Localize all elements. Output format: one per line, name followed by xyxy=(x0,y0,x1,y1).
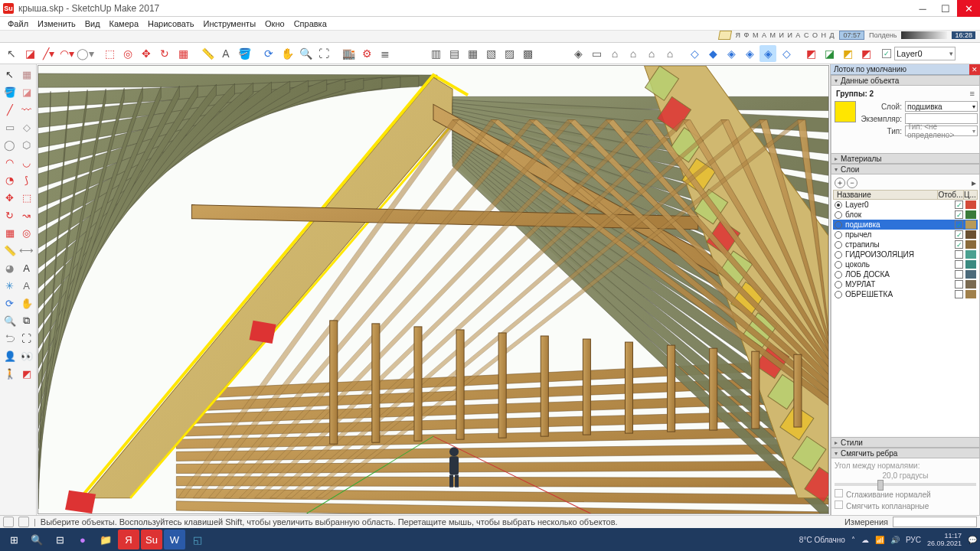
layer-row[interactable]: блок ✓ xyxy=(833,210,978,220)
layer-color-swatch[interactable] xyxy=(965,220,976,229)
zoomwin-tool[interactable]: ⧉ xyxy=(18,312,34,329)
menu-изменить[interactable]: Изменить xyxy=(34,19,79,28)
layer-row[interactable]: Layer0 ✓ xyxy=(833,200,978,210)
language-indicator[interactable]: РУС xyxy=(906,536,921,544)
offset-tool[interactable]: ◎ xyxy=(18,224,34,241)
layer-radio[interactable] xyxy=(835,231,842,239)
layer-color-swatch[interactable] xyxy=(965,260,976,269)
solid-subtract-icon[interactable]: ▧ xyxy=(482,45,499,62)
axes-tool[interactable]: ✳ xyxy=(2,277,18,294)
paint-tool[interactable]: 🪣 xyxy=(236,45,253,62)
tray-title[interactable]: Лоток по умолчанию ✕ xyxy=(831,64,980,75)
layer-visible-check[interactable] xyxy=(955,270,963,279)
layer-row[interactable]: ОБРЕШЕТКА xyxy=(833,289,978,299)
layer-visible-check[interactable] xyxy=(955,290,963,298)
style-xray-icon[interactable]: ◇ xyxy=(778,45,795,62)
right-view-icon[interactable]: ⌂ xyxy=(625,45,642,62)
layer-radio[interactable] xyxy=(835,251,842,259)
protractor-tool[interactable]: ◕ xyxy=(2,259,18,276)
close-button[interactable]: ✕ xyxy=(957,0,980,17)
measurements-input[interactable] xyxy=(893,517,977,527)
entity-layer-dropdown[interactable]: подшивка xyxy=(905,101,978,112)
soften-slider[interactable] xyxy=(835,483,976,486)
back-view-icon[interactable]: ⌂ xyxy=(643,45,660,62)
layer-dropdown[interactable]: Layer0 xyxy=(894,47,956,60)
dim-tool[interactable]: ⟷ xyxy=(18,242,34,259)
layer-row[interactable]: ГИДРОИЗОЛЯЦИЯ xyxy=(833,249,978,259)
layer-row[interactable]: страпилы ✓ xyxy=(833,240,978,249)
start-button[interactable]: ⊞ xyxy=(3,530,24,549)
pan-tool[interactable]: ✋ xyxy=(279,45,296,62)
layer-radio[interactable] xyxy=(835,271,842,279)
calendar-icon[interactable] xyxy=(718,31,732,40)
rect-tool[interactable]: ▭ xyxy=(2,119,18,135)
layer-row[interactable]: МУРЛАТ xyxy=(833,279,978,289)
layer-radio[interactable] xyxy=(835,281,842,289)
layer-visible-check[interactable] xyxy=(955,260,963,269)
zoom-tool[interactable]: 🔍 xyxy=(2,312,18,329)
menu-камера[interactable]: Камера xyxy=(106,19,142,28)
layer-radio[interactable] xyxy=(835,221,842,229)
layer-radio[interactable] xyxy=(835,201,842,209)
notifications-icon[interactable]: 💬 xyxy=(968,536,977,544)
rotate-tool[interactable]: ↻ xyxy=(2,207,18,223)
text-tool[interactable]: A xyxy=(217,45,234,62)
orbit-tool[interactable]: ⟳ xyxy=(2,295,18,311)
move-tool[interactable]: ✥ xyxy=(138,45,155,62)
maximize-button[interactable]: ☐ xyxy=(934,0,957,17)
circle-tool[interactable]: ◯ xyxy=(2,136,18,153)
layer-row[interactable]: прычел ✓ xyxy=(833,230,978,240)
geo-icon[interactable] xyxy=(3,517,14,527)
credits-icon[interactable] xyxy=(18,517,29,527)
pie-tool[interactable]: ◔ xyxy=(2,171,18,188)
app-icon-1[interactable]: ● xyxy=(72,530,93,549)
layer-color-swatch[interactable] xyxy=(965,210,976,219)
layer-radio[interactable] xyxy=(835,291,842,298)
solid-union-icon[interactable]: ▦ xyxy=(464,45,481,62)
move-tool[interactable]: ✥ xyxy=(2,189,18,206)
section-cut-icon[interactable]: ◩ xyxy=(839,45,856,62)
layer-menu-icon[interactable]: ▸ xyxy=(972,178,976,188)
iso-view-icon[interactable]: ◈ xyxy=(570,45,586,62)
layer-color-swatch[interactable] xyxy=(965,280,976,289)
section-display-icon[interactable]: ◪ xyxy=(821,45,838,62)
layer-add-icon[interactable]: ＋ xyxy=(835,178,845,188)
pushpull-tool[interactable]: ⬚ xyxy=(101,45,118,62)
onedrive-icon[interactable]: ☁ xyxy=(861,536,869,544)
top-view-icon[interactable]: ▭ xyxy=(588,45,605,62)
layer-visible-check[interactable]: ✓ xyxy=(955,230,963,239)
soften-smooth-check[interactable] xyxy=(835,489,843,497)
followme-tool[interactable]: ↝ xyxy=(18,207,34,223)
layer-radio[interactable] xyxy=(835,241,842,249)
menu-справка[interactable]: Справка xyxy=(291,19,330,28)
3dtext-tool[interactable]: A xyxy=(18,277,34,294)
zoomext-tool[interactable]: ⛶ xyxy=(18,330,34,347)
prev-tool[interactable]: ⮌ xyxy=(2,330,18,347)
styles-header[interactable]: Стили xyxy=(831,437,980,448)
freehand-tool[interactable]: 〰 xyxy=(18,101,34,118)
layer-color-swatch[interactable] xyxy=(965,290,976,298)
style-tex-icon[interactable]: ◈ xyxy=(741,45,758,62)
left-view-icon[interactable]: ⌂ xyxy=(662,45,678,62)
front-view-icon[interactable]: ⌂ xyxy=(606,45,623,62)
menu-инструменты[interactable]: Инструменты xyxy=(200,19,259,28)
layers-icon[interactable]: ≣ xyxy=(377,45,394,62)
layers-columns[interactable]: Название Отоб... Ц... xyxy=(833,190,978,200)
layer-visible-check[interactable]: ✓ xyxy=(882,49,891,58)
layer-row[interactable]: цоколь xyxy=(833,259,978,269)
arc2-tool[interactable]: ◡ xyxy=(18,154,34,171)
solid-outer-icon[interactable]: ▥ xyxy=(427,45,444,62)
component-tool[interactable]: ▦ xyxy=(18,66,34,83)
scale-tool[interactable]: ▦ xyxy=(2,224,18,241)
style-hidden-icon[interactable]: ◆ xyxy=(704,45,721,62)
rotate-tool[interactable]: ↻ xyxy=(156,45,173,62)
layer-color-swatch[interactable] xyxy=(965,201,976,209)
layer-visible-check[interactable]: ✓ xyxy=(955,210,963,219)
minimize-button[interactable]: ─ xyxy=(911,0,934,17)
app-icon-2[interactable]: ◱ xyxy=(187,530,208,549)
taskview-icon[interactable]: ⊟ xyxy=(49,530,70,549)
menu-вид[interactable]: Вид xyxy=(82,19,103,28)
search-icon[interactable]: 🔍 xyxy=(26,530,47,549)
rotrect-tool[interactable]: ◇ xyxy=(18,119,34,135)
layer-radio[interactable] xyxy=(835,211,842,219)
